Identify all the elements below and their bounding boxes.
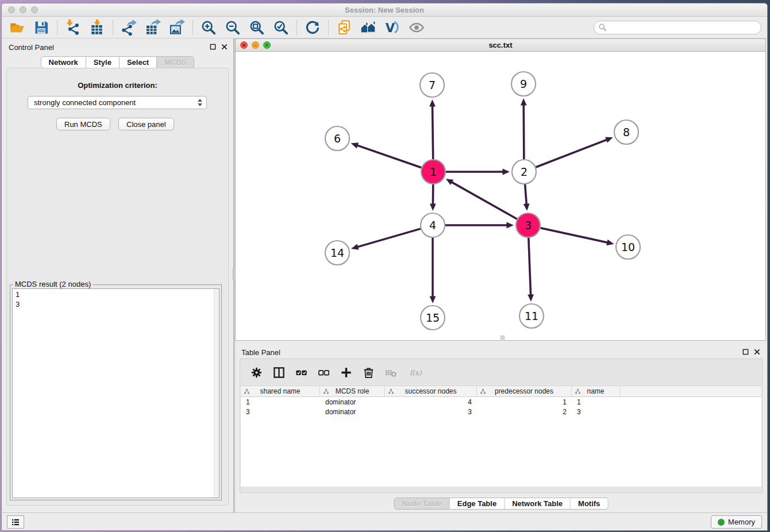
table-cell[interactable]: dominator [320,408,385,416]
search-box [594,21,761,34]
graph-node-3[interactable]: 3 [516,213,540,237]
network-canvas[interactable]: 7968124314101511 [236,52,765,340]
criterion-select[interactable]: strongly connected component [28,96,207,109]
main-area: Control Panel NetworkStyleSelectMCDS Opt… [2,38,767,512]
edge-2-9[interactable] [521,98,527,159]
table-toolbar: f(x) [240,359,762,385]
export-network-icon[interactable] [117,18,141,37]
deselect-all-icon[interactable] [316,365,331,380]
table-row[interactable]: 1dominator411 [241,397,761,407]
edge-1-2[interactable] [446,169,510,175]
table-cell[interactable]: 1 [477,398,572,406]
home-icon[interactable] [356,18,380,37]
graph-node-1[interactable]: 1 [421,160,445,184]
tab-network[interactable]: Network [41,56,86,68]
table-cell[interactable]: 3 [241,408,320,416]
vizmapper-icon[interactable]: V [380,18,405,37]
run-mcds-button[interactable]: Run MCDS [56,118,110,130]
float-table-panel-icon[interactable] [742,349,749,355]
network-window-title: scc.txt [236,41,765,49]
graph-node-2[interactable]: 2 [512,160,536,184]
edge-4-3[interactable] [445,222,514,229]
result-scrollbar[interactable] [214,289,219,498]
svg-text:7: 7 [429,79,436,91]
memory-button[interactable]: Memory [711,515,762,529]
network-from-file-icon[interactable] [332,18,356,37]
table-cell[interactable]: 3 [385,408,477,416]
graph-node-6[interactable]: 6 [325,126,349,151]
delete-table-icon[interactable] [383,365,398,380]
edge-3-10[interactable] [540,228,614,246]
task-history-button[interactable] [7,515,24,529]
column-label: name [587,387,604,395]
gear-icon[interactable] [249,365,264,380]
edge-1-7[interactable] [429,99,436,159]
zoom-out-icon[interactable] [221,18,245,37]
tab-mcds[interactable]: MCDS [157,56,194,68]
column-header-MCDS-role[interactable]: MCDS role [320,386,385,396]
tab-node-table[interactable]: Node Table [394,498,450,510]
graph-node-7[interactable]: 7 [420,73,444,97]
canvas-gripper[interactable] [500,336,505,340]
graph-node-4[interactable]: 4 [421,213,445,237]
table-cell[interactable]: 4 [385,398,477,406]
tab-network-table[interactable]: Network Table [505,498,571,510]
edge-4-14[interactable] [351,229,421,250]
export-image-icon[interactable] [165,18,189,37]
close-table-panel-icon[interactable] [754,349,760,355]
tab-edge-table[interactable]: Edge Table [450,498,505,510]
optimization-criterion-label: Optimization criterion: [7,81,228,90]
edge-3-11[interactable] [528,238,534,302]
edge-1-4[interactable] [430,184,436,211]
delete-icon[interactable] [361,365,376,380]
close-panel-button[interactable]: Close panel [118,118,174,130]
column-label: successor nodes [405,387,456,395]
search-input[interactable] [594,21,761,34]
function-icon[interactable]: f(x) [406,365,425,380]
column-header-predecessor-nodes[interactable]: predecessor nodes [477,386,572,396]
close-panel-icon[interactable] [221,44,228,50]
mcds-result-text[interactable]: 1 3 [12,288,220,498]
tab-motifs[interactable]: Motifs [571,498,608,510]
select-all-icon[interactable] [294,365,309,380]
export-table-icon[interactable] [141,18,165,37]
edge-4-15[interactable] [430,238,436,303]
column-header-successor-nodes[interactable]: successor nodes [385,386,477,396]
table-cell[interactable]: 3 [572,408,620,416]
graph-node-11[interactable]: 11 [519,304,544,328]
import-table-icon[interactable] [85,18,109,37]
open-session-icon[interactable] [5,18,29,37]
column-header-shared-name[interactable]: shared name [241,386,320,396]
table-cell[interactable]: dominator [320,398,385,406]
zoom-selected-icon[interactable] [269,18,293,37]
tab-style[interactable]: Style [86,56,120,68]
columns-icon[interactable] [271,365,286,380]
memory-status-icon [718,519,725,526]
table-cell[interactable]: 1 [241,398,320,406]
table-cell[interactable]: 2 [477,408,572,416]
graph-node-8[interactable]: 8 [614,120,638,144]
column-header-name[interactable]: name [572,386,620,396]
graph-node-14[interactable]: 14 [325,241,349,265]
tab-select[interactable]: Select [120,56,157,68]
float-panel-icon[interactable] [210,44,216,50]
edge-2-8[interactable] [536,137,613,168]
edge-1-6[interactable] [351,142,422,168]
edge-3-1[interactable] [446,179,517,219]
graph-node-10[interactable]: 10 [616,235,640,259]
table-row[interactable]: 3dominator323 [241,407,761,417]
app-window: Session: New Session V Control Panel Net… [1,3,768,531]
eye-icon[interactable] [405,18,429,37]
table-cell[interactable]: 1 [572,398,620,406]
graph-node-15[interactable]: 15 [421,306,445,330]
edge-2-3[interactable] [523,184,530,211]
save-session-icon[interactable] [29,18,53,37]
zoom-fit-icon[interactable] [245,18,269,37]
zoom-in-icon[interactable] [197,18,221,37]
refresh-icon[interactable] [301,18,325,37]
import-network-icon[interactable] [61,18,85,37]
svg-text:1: 1 [430,165,437,178]
column-label: predecessor nodes [495,387,553,395]
add-icon[interactable] [338,365,353,380]
graph-node-9[interactable]: 9 [511,72,536,96]
